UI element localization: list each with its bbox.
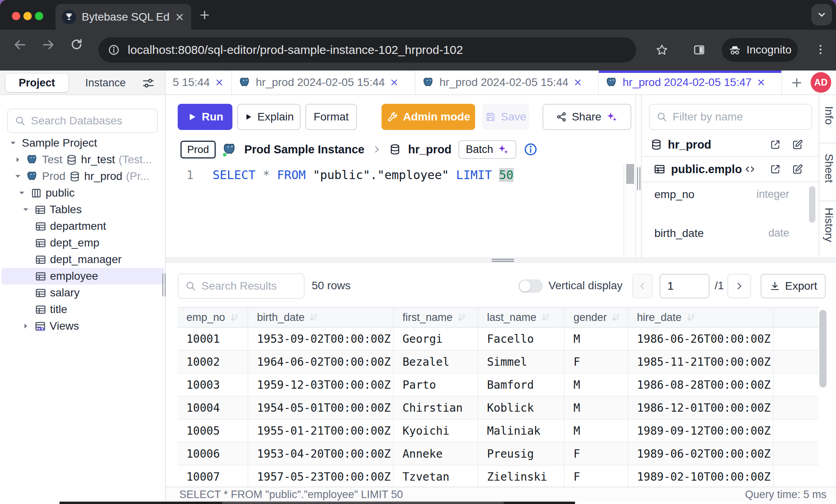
column-header-hire_date[interactable]: hire_date bbox=[628, 308, 774, 327]
table-row[interactable]: 100061953-04-20T00:00:00ZAnnekePreusigF1… bbox=[178, 443, 819, 466]
tree-item-project[interactable]: Sample Project bbox=[0, 135, 166, 151]
results-search-input[interactable] bbox=[201, 280, 297, 292]
table-row[interactable]: 100051955-01-21T00:00:00ZKyoichiMaliniak… bbox=[178, 420, 819, 443]
caret-right-icon[interactable] bbox=[21, 321, 31, 331]
caret-down-icon[interactable] bbox=[17, 188, 27, 198]
table-row[interactable]: 100031959-12-03T00:00:00ZPartoBamfordM19… bbox=[178, 374, 819, 397]
format-button[interactable]: Format bbox=[305, 104, 357, 130]
run-button[interactable]: Run bbox=[178, 104, 232, 130]
site-info-icon[interactable] bbox=[108, 44, 120, 56]
editor-scrollbar[interactable] bbox=[623, 164, 635, 258]
tree-item-test-database[interactable]: Test hr_test (Test... bbox=[0, 151, 166, 168]
close-icon[interactable] bbox=[573, 78, 583, 87]
column-header-birth_date[interactable]: birth_date bbox=[248, 308, 394, 327]
table-row[interactable]: 100011953-09-02T00:00:00ZGeorgiFacelloM1… bbox=[178, 328, 819, 351]
table-row[interactable]: 100041954-05-01T00:00:00ZChirstianKoblic… bbox=[178, 397, 819, 420]
close-icon[interactable] bbox=[389, 78, 399, 87]
panel-scrollbar-thumb[interactable] bbox=[809, 186, 815, 223]
edit-icon[interactable] bbox=[792, 163, 803, 175]
external-link-icon[interactable] bbox=[769, 139, 781, 151]
external-link-icon[interactable] bbox=[769, 163, 781, 175]
editor-tab-3[interactable]: hr_prod 2024-02-05 15:44 bbox=[416, 71, 599, 94]
caret-right-icon[interactable] bbox=[13, 155, 23, 165]
batch-button[interactable]: Batch bbox=[458, 140, 516, 159]
tree-item-table-employee-selected[interactable]: employee bbox=[2, 268, 164, 284]
tree-item-table-dept-manager[interactable]: dept_manager bbox=[0, 251, 166, 268]
explain-button[interactable]: Explain bbox=[237, 104, 301, 130]
edit-icon[interactable] bbox=[792, 139, 803, 151]
tree-item-schema-public[interactable]: public bbox=[0, 185, 166, 201]
column-row-birth_date[interactable]: birth_datedate bbox=[642, 223, 812, 243]
table-row[interactable]: 100071957-05-23T00:00:00ZTzvetanZielinsk… bbox=[178, 466, 819, 487]
tab-search-button[interactable] bbox=[811, 4, 832, 25]
table-row[interactable]: 100021964-06-02T00:00:00ZBezalelSimmelF1… bbox=[178, 351, 819, 374]
database-search-input[interactable] bbox=[31, 115, 151, 127]
window-close-button[interactable] bbox=[12, 12, 20, 20]
results-search-box[interactable] bbox=[178, 273, 305, 299]
tree-item-table-department[interactable]: department bbox=[0, 218, 166, 235]
tree-item-table-dept-emp[interactable]: dept_emp bbox=[0, 235, 166, 251]
tree-item-table-title[interactable]: title bbox=[0, 301, 166, 318]
user-avatar[interactable]: AD bbox=[811, 72, 831, 93]
prev-page-button[interactable] bbox=[632, 274, 653, 298]
close-icon[interactable] bbox=[215, 78, 224, 87]
next-page-button[interactable] bbox=[727, 274, 751, 298]
caret-down-icon[interactable] bbox=[8, 138, 18, 148]
bookmark-star-icon[interactable] bbox=[655, 43, 669, 57]
sql-editor[interactable]: 1 SELECT * FROM "public"."employee" LIMI… bbox=[166, 164, 635, 258]
back-button[interactable] bbox=[13, 38, 27, 52]
filter-settings-icon[interactable] bbox=[141, 76, 155, 90]
window-zoom-button[interactable] bbox=[35, 12, 43, 20]
sort-icon[interactable] bbox=[611, 312, 621, 323]
column-header-last_name[interactable]: last_name bbox=[478, 308, 565, 327]
reload-button[interactable] bbox=[70, 38, 83, 51]
page-number-input[interactable] bbox=[660, 274, 709, 298]
browser-tab[interactable]: Bytebase SQL Editor bbox=[56, 4, 191, 30]
editor-scrollbar-thumb[interactable] bbox=[626, 164, 634, 184]
code-icon[interactable] bbox=[744, 163, 756, 175]
column-header-gender[interactable]: gender bbox=[565, 308, 628, 327]
tree-item-tables-group[interactable]: Tables bbox=[0, 201, 166, 218]
results-scrollbar-thumb[interactable] bbox=[819, 310, 826, 388]
editor-tab-4-active[interactable]: hr_prod 2024-02-05 15:47 bbox=[599, 71, 782, 94]
sort-icon[interactable] bbox=[541, 312, 551, 323]
tab-instance[interactable]: Instance bbox=[78, 71, 133, 95]
vertical-display-toggle[interactable] bbox=[518, 279, 543, 293]
address-bar[interactable]: localhost:8080/sql-editor/prod-sample-in… bbox=[98, 37, 636, 63]
tab-history[interactable]: History bbox=[823, 208, 835, 242]
side-panel-icon[interactable] bbox=[692, 43, 706, 57]
browser-menu-icon[interactable] bbox=[814, 43, 827, 56]
sort-icon[interactable] bbox=[456, 312, 467, 323]
ai-sparkle-icon[interactable] bbox=[606, 111, 618, 123]
editor-tab-2[interactable]: hr_prod 2024-02-05 15:44 bbox=[232, 71, 416, 94]
sort-icon[interactable] bbox=[309, 312, 319, 323]
caret-down-icon[interactable] bbox=[13, 171, 23, 181]
share-button[interactable]: Share bbox=[543, 104, 631, 130]
column-header-emp_no[interactable]: emp_no bbox=[178, 308, 248, 327]
forward-button[interactable] bbox=[41, 38, 56, 52]
caret-down-icon[interactable] bbox=[21, 204, 31, 215]
editor-panel-splitter[interactable] bbox=[635, 95, 641, 258]
database-name[interactable]: hr_prod bbox=[408, 143, 452, 156]
tab-close-icon[interactable] bbox=[174, 12, 185, 22]
tab-sheet[interactable]: Sheet bbox=[823, 154, 835, 183]
tab-project[interactable]: Project bbox=[6, 74, 68, 92]
schema-filter-input[interactable] bbox=[673, 111, 805, 123]
sort-icon[interactable] bbox=[686, 312, 696, 323]
tree-item-table-salary[interactable]: salary bbox=[0, 284, 166, 301]
panel-table-row[interactable]: public.employee bbox=[642, 157, 819, 182]
schema-filter-box[interactable] bbox=[649, 104, 812, 130]
new-sheet-button[interactable] bbox=[790, 76, 803, 90]
instance-name[interactable]: Prod Sample Instance bbox=[244, 143, 364, 156]
info-icon[interactable] bbox=[523, 142, 538, 157]
sort-icon[interactable] bbox=[229, 312, 240, 323]
tab-info[interactable]: Info bbox=[823, 106, 835, 125]
admin-mode-button[interactable]: Admin mode bbox=[382, 104, 475, 130]
tree-item-prod-database[interactable]: Prod hr_prod (Pr... bbox=[0, 168, 166, 185]
database-search-box[interactable] bbox=[7, 109, 158, 133]
editor-tab-1[interactable]: 5 15:44 bbox=[166, 71, 232, 94]
panel-database-row[interactable]: hr_prod bbox=[642, 133, 819, 157]
column-header-first_name[interactable]: first_name bbox=[394, 308, 478, 327]
results-splitter[interactable] bbox=[166, 258, 836, 263]
sql-code-line[interactable]: SELECT * FROM "public"."employee" LIMIT … bbox=[213, 168, 514, 182]
